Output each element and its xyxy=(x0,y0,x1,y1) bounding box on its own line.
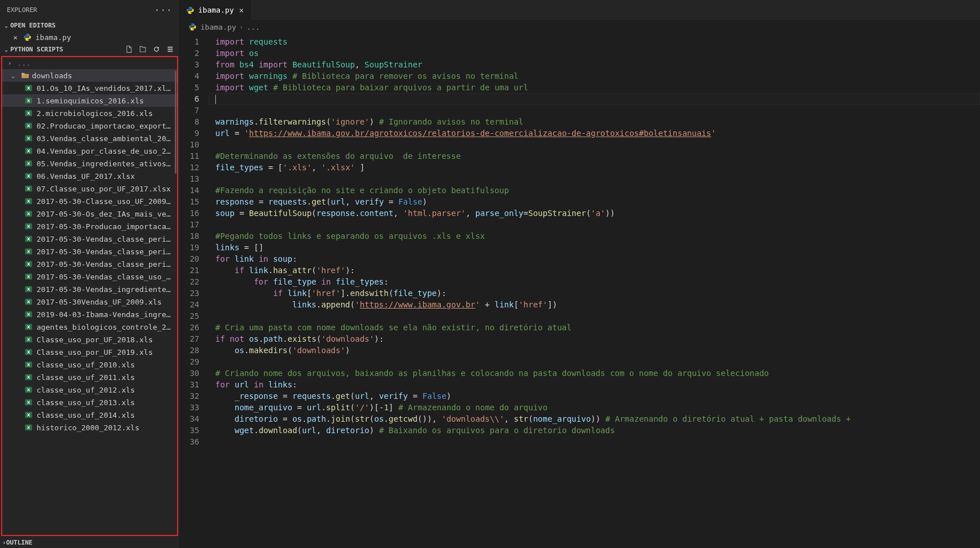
file-row[interactable]: 06.Vendas_UF_2017.xlsx xyxy=(2,170,177,182)
code-line[interactable]: if link.has_attr('href'): xyxy=(208,265,980,276)
workspace-header[interactable]: ⌄ PYTHON SCRIPTS xyxy=(0,43,179,55)
code-line[interactable]: for link in soup: xyxy=(208,253,980,265)
file-row[interactable]: 2017-05-30-Vendas_ingredientes_ativo... xyxy=(2,283,177,295)
file-row[interactable]: Classe_uso_por_UF_2019.xls xyxy=(2,346,177,358)
file-row[interactable]: classe_uso_uf_2011.xls xyxy=(2,371,177,383)
file-row[interactable]: 01.Os_10_IAs_vendidos_2017.xlsx xyxy=(2,82,177,94)
open-editors-header[interactable]: ⌄ OPEN EDITORS xyxy=(0,20,179,31)
code-line[interactable]: # Cria uma pasta com nome downloads se e… xyxy=(208,322,980,333)
file-row[interactable]: 2017-05-30-Vendas_classe_periculosid... xyxy=(2,233,177,245)
line-number: 15 xyxy=(180,196,199,207)
code-line[interactable]: import warnings # Biblioteca para remove… xyxy=(208,70,980,82)
code-line[interactable]: #Pegando todos links e separando os arqu… xyxy=(208,230,980,242)
code-line[interactable]: if not os.path.exists('downloads'): xyxy=(208,333,980,345)
code-content[interactable]: import requestsimport osfrom bs4 import … xyxy=(208,34,980,548)
new-folder-icon[interactable] xyxy=(138,45,147,54)
breadcrumb[interactable]: ibama.py › ... xyxy=(180,20,980,34)
close-icon[interactable]: × xyxy=(11,33,19,42)
code-line[interactable]: links.append('https://www.ibama.gov.br' … xyxy=(208,299,980,310)
file-row[interactable]: classe_uso_uf_2010.xls xyxy=(2,358,177,371)
excel-file-icon xyxy=(24,121,33,130)
code-line[interactable]: response = requests.get(url, verify = Fa… xyxy=(208,196,980,207)
code-line[interactable]: links = [] xyxy=(208,242,980,253)
excel-file-icon xyxy=(24,171,33,181)
open-editor-item[interactable]: × ibama.py xyxy=(0,31,179,43)
line-number: 5 xyxy=(180,82,199,93)
tab-ibama[interactable]: ibama.py × xyxy=(180,0,252,20)
code-line[interactable]: warnings.filterwarnings('ignore') # Igno… xyxy=(208,116,980,127)
code-line[interactable]: nome_arquivo = url.split('/')[-1] # Arma… xyxy=(208,402,980,413)
code-line[interactable]: diretorio = os.path.join(str(os.getcwd()… xyxy=(208,413,980,425)
line-number: 7 xyxy=(180,105,199,116)
chevron-right-icon: › xyxy=(8,60,15,66)
new-file-icon[interactable] xyxy=(124,45,134,54)
line-number: 33 xyxy=(180,402,199,413)
file-row[interactable]: 2017-05-30Vendas_UF_2009.xls xyxy=(2,295,177,308)
code-line[interactable]: file_types = ['.xls', '.xlsx' ] xyxy=(208,162,980,173)
file-row[interactable]: 2019-04-03-Ibama-Vendas_ingrediente... xyxy=(2,308,177,321)
file-row[interactable]: Classe_uso_por_UF_2018.xls xyxy=(2,333,177,346)
code-line[interactable]: from bs4 import BeautifulSoup, SoupStrai… xyxy=(208,59,980,70)
code-line[interactable]: for file_type in file_types: xyxy=(208,276,980,287)
code-line[interactable]: os.makedirs('downloads') xyxy=(208,345,980,356)
folder-downloads[interactable]: ⌄ downloads xyxy=(2,69,177,82)
code-line[interactable] xyxy=(208,219,980,230)
line-number: 26 xyxy=(180,322,199,333)
file-row[interactable]: 2017-05-30-Producao_importacao_exp... xyxy=(2,220,177,233)
excel-file-icon xyxy=(24,222,33,231)
code-line[interactable]: soup = BeautifulSoup(response.content, '… xyxy=(208,207,980,219)
excel-file-icon xyxy=(24,272,33,281)
code-line[interactable]: url = 'https://www.ibama.gov.br/agrotoxi… xyxy=(208,127,980,139)
more-actions-icon[interactable]: ··· xyxy=(154,5,172,15)
code-line[interactable]: import requests xyxy=(208,36,980,47)
file-row[interactable]: 2017-05-30-Vendas_classe_periculosid... xyxy=(2,245,177,258)
close-icon[interactable]: × xyxy=(238,6,246,15)
file-row[interactable]: agentes_biologicos_controle_2014.xls xyxy=(2,321,177,333)
outline-header[interactable]: › OUTLINE xyxy=(0,537,179,548)
file-name: 2017-05-30-Vendas_ingredientes_ativo... xyxy=(37,285,172,294)
file-row[interactable]: 1.semioquimicos_2016.xls xyxy=(2,94,177,107)
file-row[interactable]: 2017-05-30-Os_dez_IAs_mais_vendidos... xyxy=(2,207,177,220)
tree-scrollbar[interactable] xyxy=(175,71,176,174)
code-line[interactable]: import os xyxy=(208,47,980,59)
file-row[interactable]: historico_2000_2012.xls xyxy=(2,421,177,434)
code-line[interactable]: for url in links: xyxy=(208,379,980,390)
chevron-right-icon: › xyxy=(2,539,6,546)
file-row[interactable]: 2017-05-30-Classe_uso_UF_2009.xls xyxy=(2,195,177,207)
tree-row-parent[interactable]: › ... xyxy=(2,57,177,69)
file-row[interactable]: classe_uso_uf_2012.xls xyxy=(2,383,177,396)
code-line[interactable]: import wget # Biblioteca para baixar arq… xyxy=(208,82,980,93)
collapse-all-icon[interactable] xyxy=(166,45,175,54)
file-row[interactable]: 2.microbiologicos_2016.xls xyxy=(2,107,177,119)
code-line[interactable] xyxy=(208,173,980,185)
file-name: 01.Os_10_IAs_vendidos_2017.xlsx xyxy=(37,84,172,93)
code-line[interactable] xyxy=(208,105,980,116)
code-line[interactable] xyxy=(208,139,980,150)
file-row[interactable]: 04.Vendas_por_classe_de_uso_2017.xlsx xyxy=(2,145,177,157)
code-line[interactable] xyxy=(208,356,980,367)
folder-open-icon xyxy=(21,71,30,80)
file-row[interactable]: 2017-05-30-Vendas_classe_uso_2009.xls xyxy=(2,270,177,283)
file-row[interactable]: 03.Vendas_classe_ambiental_2017.xlsx xyxy=(2,132,177,145)
line-number: 18 xyxy=(180,230,199,242)
code-line[interactable] xyxy=(208,93,980,105)
code-line[interactable] xyxy=(208,436,980,447)
code-line[interactable]: #Determinando as extensões do arquivo de… xyxy=(208,150,980,162)
file-row[interactable]: classe_uso_uf_2014.xls xyxy=(2,409,177,421)
code-line[interactable]: if link['href'].endswith(file_type): xyxy=(208,287,980,299)
code-line[interactable]: #Fazendo a requisição no site e criando … xyxy=(208,185,980,196)
line-number: 36 xyxy=(180,436,199,447)
file-row[interactable]: 2017-05-30-Vendas_classe_periculosid... xyxy=(2,258,177,270)
code-line[interactable]: wget.download(url, diretorio) # Baixando… xyxy=(208,425,980,436)
refresh-icon[interactable] xyxy=(152,45,161,54)
editor-area: ibama.py × ibama.py › ... 12345678910111… xyxy=(180,0,980,548)
file-row[interactable]: 02.Producao_importacao_exportacao_v... xyxy=(2,119,177,132)
file-row[interactable]: 05.Vendas_ingredientes_ativos_UF_201... xyxy=(2,157,177,170)
code-line[interactable]: # Criando nome dos arquivos, baixando as… xyxy=(208,367,980,379)
code-editor[interactable]: 1234567891011121314151617181920212223242… xyxy=(180,34,980,548)
file-row[interactable]: 07.Classe_uso_por_UF_2017.xlsx xyxy=(2,182,177,195)
code-line[interactable]: _response = requests.get(url, verify = F… xyxy=(208,390,980,402)
excel-file-icon xyxy=(24,83,33,93)
file-row[interactable]: classe_uso_uf_2013.xls xyxy=(2,396,177,409)
code-line[interactable] xyxy=(208,310,980,322)
